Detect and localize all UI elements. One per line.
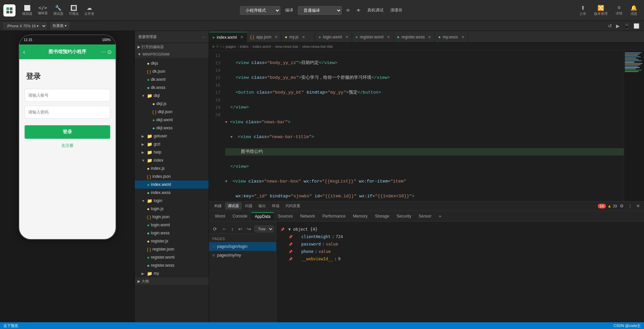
devtools-tab-appdata[interactable]: AppData [251,212,274,220]
tree-folder-dkjl[interactable]: ▼ 📁 dkjl [135,92,209,100]
close-tab-index-wxml[interactable]: ✕ [240,35,243,39]
breadcrumb-pages[interactable]: pages [226,44,236,48]
debugger-btn[interactable]: 🔧 调试器 [51,4,66,17]
register-link[interactable]: 去注册 [61,143,73,149]
preview-icon-btn[interactable]: 👁 [355,7,363,14]
tree-folder-grzl[interactable]: ▶ 📁 grzl [135,140,209,148]
redo-data-btn[interactable]: ↪ [246,226,252,232]
breadcrumb-forward-icon[interactable]: › [223,44,224,48]
dt-tab-terminal[interactable]: 终端 [269,202,282,209]
rotate-btn[interactable]: ↺ [607,23,613,29]
phone-menu-icon[interactable]: ··· [101,49,105,55]
pin-btn-webviewId[interactable]: 📌 [288,257,293,261]
tree-folder-login[interactable]: ▼ 📁 login [135,197,209,205]
tree-folder-getuser[interactable]: ▶ 📁 getuser [135,132,209,140]
cloud-btn[interactable]: ☁ 云开发 [82,4,97,17]
tree-item-dkjson[interactable]: { } dk.json [135,67,209,75]
code-area[interactable]: 12 13 14 15 16 17 18 19 20 <view class="… [209,51,644,201]
devtools-close-icon[interactable]: ✕ [635,203,641,209]
devtools-tab-network[interactable]: Network [297,212,318,220]
username-input[interactable] [25,89,110,102]
visual-btn[interactable]: 🔳 可视化 [66,4,82,17]
page-item-my[interactable]: pages/my/my [209,251,276,260]
tree-item-dkjs[interactable]: ● dkjs [135,59,209,67]
tree-item-indexwxml[interactable]: ● index.wxml [135,180,209,189]
tab-register-wxml[interactable]: ● register.wxml ✕ [352,32,394,42]
breadcrumb-view1[interactable]: view.news-bar [275,44,298,48]
devtools-tab-wxml[interactable]: Wxml [212,212,228,220]
tree-item-registerwxml[interactable]: ● register.wxml [135,253,209,261]
login-button[interactable]: 登录 [25,125,110,139]
code-content[interactable]: <view class="body_yy_zz">目助约定</view> <vi… [222,51,624,201]
pin-btn-password[interactable]: 📌 [288,242,293,246]
expand-data-btn[interactable]: ↔ [220,226,228,232]
close-tab-register-wxml[interactable]: ✕ [387,35,390,39]
tree-item-dkjljson[interactable]: { } dkjl.json [135,108,209,116]
close-tab-login-wxml[interactable]: ✕ [345,35,348,39]
tree-item-dkwxml[interactable]: ● dk.wxml [135,75,209,84]
pin-btn-clientHeight[interactable]: 📌 [288,235,293,239]
tree-item-dkjlwxml[interactable]: ● dkjl.wxml [135,116,209,124]
tree-item-indexwxss[interactable]: ● index.wxss [135,189,209,197]
devtools-tab-memory[interactable]: Memory [349,212,371,220]
device-select[interactable]: iPhone X 75% 16 ▾ [3,23,47,29]
simulator-btn[interactable]: ⬜ 模拟器 [20,4,35,17]
close-tab-app-json[interactable]: ✕ [275,35,278,39]
page-item-login[interactable]: pages/login/login [209,242,276,251]
close-tab-my-js[interactable]: ✕ [302,35,305,39]
devtools-tab-more[interactable]: » [435,212,444,220]
tab-my-wxss[interactable]: ● my.wxss ✕ [435,32,468,42]
breadcrumb-back-icon[interactable]: ‹ [220,44,222,48]
details-btn[interactable]: ≡ 详情 [612,4,626,17]
dt-tab-build[interactable]: 构建 [212,202,224,209]
miniprogram-section[interactable]: ▼ MINIPROGRAM [135,51,209,58]
breadcrumb-index[interactable]: index [240,44,248,48]
mode-select[interactable]: 小程序模式 [240,6,280,15]
tree-item-registerwxss[interactable]: ● register.wxss [135,261,209,269]
tree-item-registerjs[interactable]: ● register.js [135,237,209,245]
fullscreen-btn[interactable]: ⬜ [632,23,641,29]
clear-cache-btn[interactable]: 清缓存 [388,6,404,14]
refresh-btn[interactable]: ⟳ [344,7,352,14]
tree-item-loginwxml[interactable]: ● login.wxml [135,221,209,229]
undo-data-btn[interactable]: ↩ [237,226,244,232]
tree-item-dkjlwxss[interactable]: ● dkjl.wxss [135,124,209,132]
devtools-tab-storage[interactable]: Storage [372,212,393,220]
devtools-tab-performance[interactable]: Performance [319,212,349,220]
compile-select[interactable]: 普通编译 [298,6,342,15]
tree-item-indexjson[interactable]: { } index.json [135,172,209,180]
pin-btn-root[interactable]: 📌 [280,228,284,231]
close-tab-register-wxss[interactable]: ✕ [428,35,431,39]
tree-item-loginwxss[interactable]: ● login.wxss [135,229,209,237]
tree-item-registerjson[interactable]: { } register.json [135,245,209,253]
tree-folder-my[interactable]: ▶ 📁 my [135,269,209,277]
tab-register-wxss[interactable]: ● register.wxss ✕ [394,32,435,42]
refresh-data-btn[interactable]: ⟳ [212,226,218,232]
version-btn[interactable]: 🔀 版本管理 [591,4,611,17]
tab-login-wxml[interactable]: ● login.wxml ✕ [315,32,352,42]
outline-section[interactable]: ▶ 大纲 [135,277,209,285]
dt-tab-code-quality[interactable]: 代码质量 [283,202,303,209]
close-tab-my-wxss[interactable]: ✕ [461,35,464,39]
tree-select[interactable]: Tree [254,226,274,232]
tree-item-dkwxss[interactable]: ● dk.wxss [135,84,209,92]
phone-btn[interactable]: 📱 [622,23,631,29]
devtools-tab-console[interactable]: Console [229,212,251,220]
dt-tab-issues[interactable]: 问题 [242,202,255,209]
real-test-btn[interactable]: 真机调试 [365,6,386,14]
hot-reload-btn[interactable]: 热重载 ▾ [50,22,69,29]
tree-item-indexjs[interactable]: ● index.js [135,164,209,172]
breadcrumb-view2[interactable]: view.newa-bar-title [302,44,333,48]
editor-btn[interactable]: </> 编辑器 [35,4,51,16]
pin-btn-phone[interactable]: 📌 [288,250,293,254]
devtools-settings-icon[interactable]: ⚙ [618,203,625,209]
messages-btn[interactable]: 🔔 消息 [627,4,641,17]
play-btn[interactable]: ▶ [615,23,621,29]
password-input[interactable] [25,106,110,119]
expand-root-icon[interactable]: ▼ [287,226,292,233]
file-panel-menu-icon[interactable]: ··· [202,35,205,39]
tree-item-loginjson[interactable]: { } login.json [135,213,209,221]
devtools-tab-sources[interactable]: Sources [275,212,296,220]
tree-item-dkjljs[interactable]: ● dkjl.js [135,100,209,108]
upload-btn[interactable]: ⬆ 上传 [576,4,589,17]
